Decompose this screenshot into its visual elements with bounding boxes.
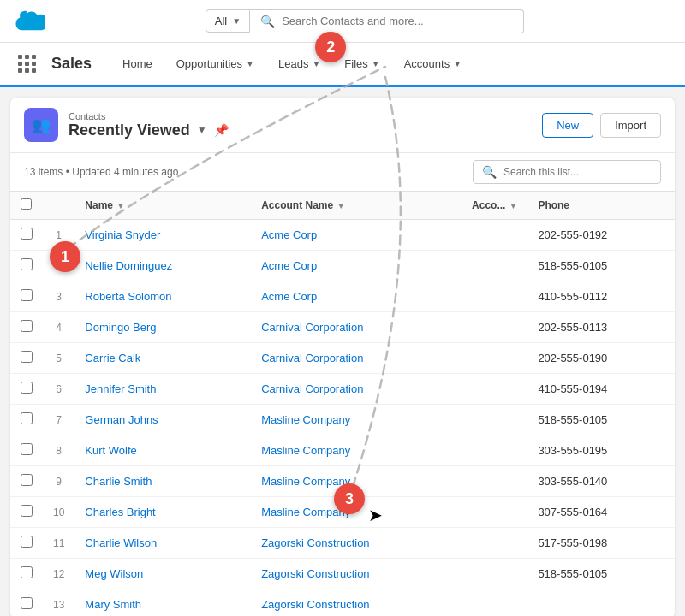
- account-name-link[interactable]: Zagorski Construction: [261, 598, 369, 611]
- nav-home[interactable]: Home: [112, 50, 163, 77]
- badge-3-label: 3: [345, 490, 354, 508]
- row-checkbox[interactable]: [21, 474, 33, 486]
- row-checkbox-cell[interactable]: [10, 281, 43, 312]
- badge-1-label: 1: [61, 248, 69, 266]
- row-acco-cell: [462, 405, 527, 435]
- contact-name-link[interactable]: Charlie Smith: [85, 475, 152, 488]
- row-checkbox[interactable]: [21, 566, 33, 578]
- contact-name-link[interactable]: Kurt Wolfe: [85, 444, 136, 457]
- row-checkbox[interactable]: [21, 289, 33, 301]
- col-phone[interactable]: Phone: [527, 192, 675, 220]
- contact-name-link[interactable]: Charles Bright: [85, 506, 155, 518]
- contact-name-link[interactable]: Jennifer Smith: [85, 382, 156, 395]
- account-name-link[interactable]: Masline Company: [261, 413, 350, 426]
- table-row: 12 Meg Wilson Zagorski Construction 518-…: [10, 559, 675, 589]
- nav-leads-label: Leads: [278, 57, 308, 70]
- account-name-link[interactable]: Acme Corp: [261, 228, 317, 241]
- row-checkbox[interactable]: [21, 228, 33, 240]
- row-account-cell: Masline Company: [251, 405, 462, 435]
- row-acco-cell: [462, 559, 527, 589]
- search-input[interactable]: [282, 15, 513, 27]
- account-name-link[interactable]: Masline Company: [261, 475, 350, 488]
- row-checkbox[interactable]: [21, 443, 33, 455]
- row-phone-cell: 202-555-0190: [527, 343, 675, 374]
- row-checkbox-cell[interactable]: [10, 251, 43, 281]
- row-checkbox-cell[interactable]: [10, 312, 43, 343]
- row-checkbox[interactable]: [21, 597, 33, 609]
- content-subtitle: Contacts: [68, 111, 229, 121]
- contact-name-link[interactable]: Meg Wilson: [85, 567, 143, 580]
- row-checkbox-cell[interactable]: [10, 405, 43, 435]
- nav-items: Home Opportunities ▼ Leads ▼ 2 Files ▼ A…: [112, 50, 671, 77]
- col-name[interactable]: Name ▼: [74, 192, 251, 220]
- row-checkbox-cell[interactable]: [10, 528, 43, 559]
- contact-name-link[interactable]: German Johns: [85, 413, 158, 426]
- col-acco[interactable]: Acco... ▼: [462, 192, 527, 220]
- nav-accounts[interactable]: Accounts ▼: [394, 50, 472, 77]
- row-account-cell: Carnival Corporation: [251, 312, 462, 343]
- contacts-table-wrapper: Name ▼ Account Name ▼ Ac: [10, 191, 675, 616]
- account-name-link[interactable]: Acme Corp: [261, 290, 317, 303]
- account-name-link[interactable]: Carnival Corporation: [261, 352, 363, 364]
- search-box[interactable]: 🔍: [250, 9, 524, 33]
- account-name-link[interactable]: Carnival Corporation: [261, 321, 363, 334]
- row-name-cell: Virginia Snyder: [74, 220, 251, 251]
- contact-name-link[interactable]: Virginia Snyder: [85, 228, 160, 241]
- row-checkbox-cell[interactable]: [10, 374, 43, 405]
- contact-name-link[interactable]: Nellie Dominguez: [85, 259, 172, 272]
- row-checkbox[interactable]: [21, 505, 33, 517]
- row-checkbox[interactable]: [21, 320, 33, 332]
- list-search-input[interactable]: [503, 166, 652, 178]
- row-acco-cell: [462, 435, 527, 466]
- row-checkbox[interactable]: [21, 258, 33, 270]
- col-account-name[interactable]: Account Name ▼: [251, 192, 462, 220]
- account-name-link[interactable]: Masline Company: [261, 444, 350, 457]
- row-checkbox[interactable]: [21, 382, 33, 394]
- import-button[interactable]: Import: [600, 113, 661, 138]
- row-checkbox[interactable]: [21, 351, 33, 363]
- row-acco-cell: [462, 281, 527, 312]
- contact-name-link[interactable]: Roberta Solomon: [85, 290, 171, 303]
- nav-opportunities[interactable]: Opportunities ▼: [166, 50, 265, 77]
- search-area: All ▼ 🔍: [58, 9, 671, 33]
- account-name-link[interactable]: Carnival Corporation: [261, 382, 363, 395]
- row-checkbox-cell[interactable]: [10, 435, 43, 466]
- account-name-link[interactable]: Acme Corp: [261, 259, 317, 272]
- row-acco-cell: [462, 374, 527, 405]
- content-title-area: Contacts Recently Viewed ▼ 📌: [68, 111, 229, 139]
- row-account-cell: Carnival Corporation: [251, 374, 462, 405]
- contacts-module-icon: 👥: [24, 108, 58, 142]
- nav-leads[interactable]: Leads ▼ 2: [268, 50, 331, 77]
- files-chevron-icon: ▼: [372, 59, 380, 68]
- row-checkbox[interactable]: [21, 412, 33, 424]
- row-number: 6: [43, 374, 74, 405]
- account-name-link[interactable]: Zagorski Construction: [261, 567, 369, 580]
- list-search-box[interactable]: 🔍: [473, 160, 661, 184]
- row-account-cell: Zagorski Construction: [251, 559, 462, 589]
- contact-name-link[interactable]: Charlie Wilson: [85, 536, 157, 549]
- row-account-cell: Zagorski Construction: [251, 589, 462, 617]
- row-number: 8: [43, 435, 74, 466]
- row-phone-cell: 518-555-0105: [527, 405, 675, 435]
- row-checkbox-cell[interactable]: [10, 559, 43, 589]
- row-checkbox[interactable]: [21, 536, 33, 548]
- account-name-link[interactable]: Zagorski Construction: [261, 536, 369, 549]
- row-checkbox-cell[interactable]: [10, 343, 43, 374]
- select-all-checkbox[interactable]: [21, 198, 32, 210]
- row-checkbox-cell[interactable]: [10, 466, 43, 497]
- content-title-row: Recently Viewed ▼ 📌: [68, 121, 229, 139]
- row-checkbox-cell[interactable]: [10, 220, 43, 251]
- new-button[interactable]: New: [542, 113, 593, 138]
- app-switcher-button[interactable]: [14, 50, 41, 78]
- row-checkbox-cell[interactable]: [10, 589, 43, 617]
- contact-name-link[interactable]: Domingo Berg: [85, 321, 156, 334]
- nav-bar: Sales Home Opportunities ▼ Leads ▼ 2 Fil…: [0, 43, 685, 87]
- search-scope-dropdown[interactable]: All ▼: [206, 9, 250, 33]
- leads-chevron-icon: ▼: [312, 59, 320, 68]
- contact-name-link[interactable]: Carrie Calk: [85, 352, 140, 364]
- row-name-cell: Carrie Calk: [74, 343, 251, 374]
- pin-icon[interactable]: 📌: [214, 123, 229, 137]
- contact-name-link[interactable]: Mary Smith: [85, 598, 141, 611]
- row-checkbox-cell[interactable]: [10, 497, 43, 528]
- title-chevron-icon[interactable]: ▼: [197, 124, 207, 136]
